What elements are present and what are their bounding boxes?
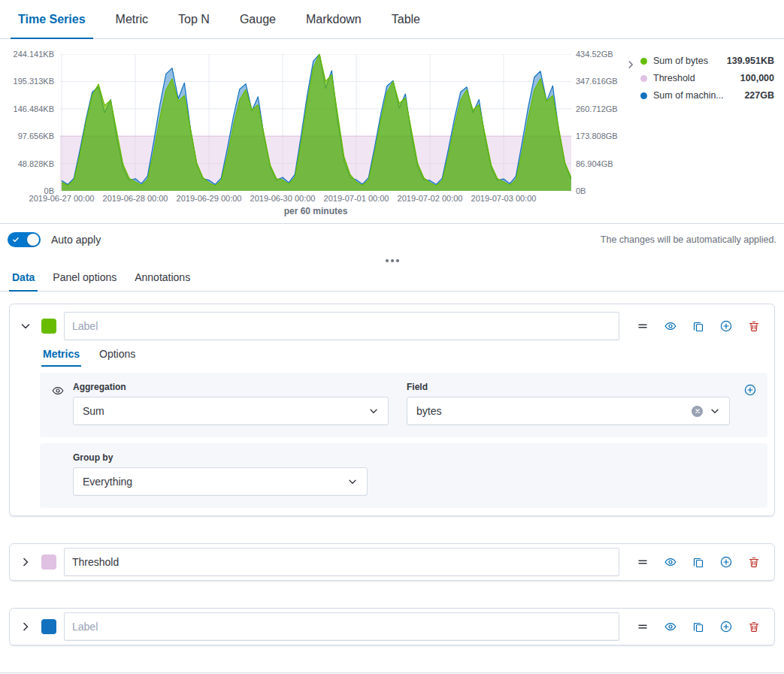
plus-circle-icon: [744, 384, 756, 396]
plus-circle-icon: [720, 621, 732, 633]
x-axis-tick: 2019-07-01 00:00: [324, 194, 389, 203]
add-series-button[interactable]: [718, 554, 734, 570]
delete-series-button[interactable]: [746, 618, 762, 635]
eye-icon: [52, 385, 64, 397]
tab-table[interactable]: Table: [377, 0, 435, 38]
series-header: [10, 609, 774, 645]
series-expand-toggle[interactable]: [17, 554, 34, 570]
delete-series-button[interactable]: [746, 318, 762, 334]
group-by-value: Everything: [83, 476, 132, 488]
copy-icon: [692, 621, 704, 633]
tab-data[interactable]: Data: [9, 267, 38, 291]
eye-icon: [664, 556, 677, 568]
plus-circle-icon: [720, 320, 732, 332]
x-axis-title: per 60 minutes: [284, 206, 348, 216]
legend-collapse-button[interactable]: [624, 58, 637, 71]
add-series-button[interactable]: [718, 618, 734, 635]
x-axis-tick: 2019-07-03 00:00: [471, 194, 537, 203]
eye-icon: [664, 621, 677, 633]
toggle-series-visibility-button[interactable]: [662, 318, 679, 334]
aggregation-value: Sum: [83, 405, 104, 417]
tsvb-visual-builder: Time Series Metric Top N Gauge Markdown …: [0, 0, 784, 674]
auto-apply-toggle[interactable]: [8, 232, 41, 247]
aggregation-row: Aggregation Sum Field bytes: [73, 382, 755, 425]
add-metric-button[interactable]: [742, 382, 758, 398]
y-left-tick: 97.656KB: [0, 131, 54, 141]
ellipsis-icon: [391, 259, 394, 262]
delete-series-button[interactable]: [746, 554, 762, 570]
clone-series-button[interactable]: [690, 618, 707, 635]
auto-apply-bar: Auto apply The changes will be automatic…: [0, 224, 784, 255]
drag-handle[interactable]: [634, 618, 651, 635]
series-actions: [634, 554, 767, 570]
legend-dot: [640, 92, 647, 99]
chevron-right-icon: [20, 621, 32, 633]
group-by-select[interactable]: Everything: [73, 467, 368, 496]
legend-item-threshold[interactable]: Threshold 100,000: [640, 73, 774, 83]
tab-markdown[interactable]: Markdown: [291, 0, 377, 38]
series-collapse-toggle[interactable]: [17, 318, 34, 334]
tab-options[interactable]: Options: [98, 343, 137, 367]
legend-dot: [640, 75, 647, 82]
series-color-swatch[interactable]: [41, 619, 56, 634]
series-label-input[interactable]: [64, 312, 619, 340]
y-left-tick: 244.141KB: [0, 50, 54, 59]
chart-legend: Sum of bytes 139.951KB Threshold 100,000…: [624, 56, 774, 107]
toggle-series-visibility-button[interactable]: [662, 618, 679, 635]
metric-visibility-button[interactable]: [50, 382, 66, 399]
series-header: [10, 304, 774, 343]
drag-handle[interactable]: [634, 554, 651, 570]
chevron-down-icon: [347, 476, 358, 487]
y-left-tick: 195.313KB: [0, 77, 54, 86]
series-expand-toggle[interactable]: [17, 618, 34, 635]
toggle-series-visibility-button[interactable]: [662, 554, 679, 570]
series-list: Metrics Options Aggregation Sum: [0, 292, 784, 645]
tab-panel-options[interactable]: Panel options: [50, 267, 120, 291]
y-left-tick: 146.484KB: [0, 104, 54, 113]
chevron-down-icon: [368, 406, 379, 416]
drag-icon: [637, 556, 649, 568]
plot-area[interactable]: [60, 54, 571, 191]
add-series-button[interactable]: [718, 318, 734, 334]
clone-series-button[interactable]: [690, 554, 707, 570]
series-color-swatch[interactable]: [41, 555, 56, 570]
combobox-controls: [692, 406, 720, 417]
aggregation-select[interactable]: Sum: [73, 397, 389, 425]
field-combobox[interactable]: bytes: [407, 397, 730, 425]
panel-resize-handle[interactable]: [0, 255, 784, 265]
trash-icon: [748, 556, 760, 568]
tab-metric[interactable]: Metric: [101, 0, 164, 38]
chevron-down-icon: [20, 320, 32, 332]
chevron-right-icon: [20, 556, 32, 568]
drag-handle[interactable]: [634, 318, 651, 334]
y-right-tick: 0B: [576, 186, 628, 195]
legend-label: Threshold: [653, 73, 734, 83]
series-label-input[interactable]: [64, 612, 619, 641]
trash-icon: [748, 621, 760, 633]
legend-item-sum-of-machine[interactable]: Sum of machin... 227GB: [640, 90, 774, 101]
copy-icon: [692, 556, 704, 568]
series-subtabs: Metrics Options: [10, 343, 774, 367]
tab-time-series[interactable]: Time Series: [3, 0, 101, 38]
chevron-down-icon: [710, 406, 720, 416]
y-right-tick: 434.52GB: [576, 50, 628, 59]
y-right-tick: 173.808GB: [576, 131, 628, 141]
series-color-swatch[interactable]: [41, 319, 56, 334]
tab-metrics[interactable]: Metrics: [41, 343, 81, 367]
legend-value: 139.951KB: [727, 56, 774, 66]
clone-series-button[interactable]: [690, 318, 707, 334]
group-by-row: Group by Everything: [40, 443, 767, 508]
y-right-tick: 260.712GB: [576, 104, 628, 113]
y-right-tick: 347.616GB: [576, 77, 628, 86]
clear-field-button[interactable]: [692, 406, 703, 417]
tab-gauge[interactable]: Gauge: [225, 0, 291, 38]
field-label: Field: [407, 382, 730, 392]
series-card-3: [9, 608, 775, 645]
x-axis-tick: 2019-06-28 00:00: [103, 194, 168, 203]
tab-top-n[interactable]: Top N: [163, 0, 225, 38]
series-label-input[interactable]: [64, 548, 619, 576]
legend-item-sum-of-bytes[interactable]: Sum of bytes 139.951KB: [640, 56, 774, 66]
legend-dot: [640, 58, 647, 65]
legend-value: 227GB: [744, 90, 774, 101]
tab-annotations[interactable]: Annotations: [132, 267, 193, 291]
